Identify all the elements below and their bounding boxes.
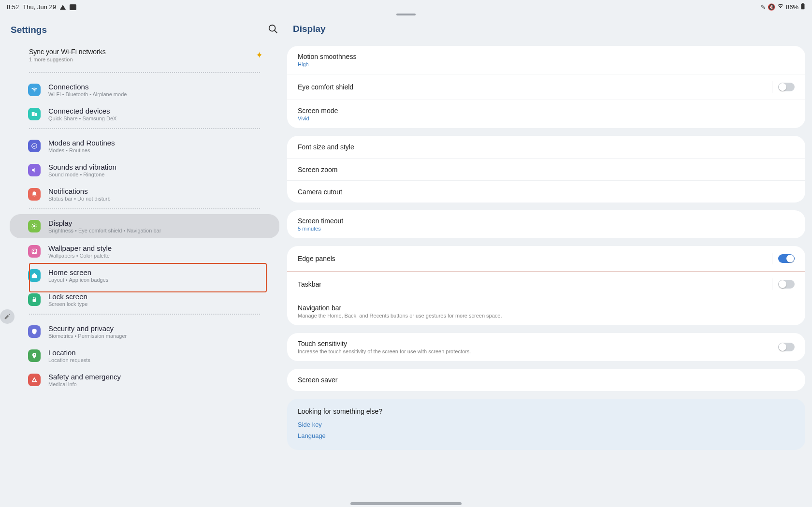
setting-screen-timeout[interactable]: Screen timeout 5 minutes — [287, 210, 805, 238]
nav-sub: Wi-Fi • Bluetooth • Airplane mode — [48, 91, 127, 97]
svg-rect-0 — [801, 4, 805, 9]
card-group1: Motion smoothness High Eye comfort shiel… — [287, 46, 805, 128]
sidebar-item-home-screen[interactable]: Home screen Layout • App icon badges — [7, 263, 282, 288]
row-sub: Increase the touch sensitivity of the sc… — [298, 348, 471, 354]
display-panel: Display Motion smoothness High Eye comfo… — [282, 14, 805, 450]
toggle-taskbar[interactable] — [778, 280, 795, 289]
toggle-eye-comfort-shield[interactable] — [778, 83, 795, 91]
sun-icon — [28, 220, 41, 232]
row-title: Navigation bar — [298, 304, 502, 312]
nav-title: Location — [48, 348, 90, 357]
sidebar-item-safety-and-emergency[interactable]: Safety and emergency Medical info — [7, 368, 282, 392]
setting-screen-zoom[interactable]: Screen zoom — [287, 158, 805, 180]
pen-icon: ✎ — [760, 3, 766, 11]
nav-sub: Sound mode • Ringtone — [48, 172, 116, 177]
nav-sub: Screen lock type — [48, 301, 87, 307]
location-icon — [28, 349, 41, 362]
setting-motion-smoothness[interactable]: Motion smoothness High — [287, 46, 805, 74]
toggle-edge-panels[interactable] — [778, 254, 795, 263]
wifi-icon — [777, 3, 784, 11]
setting-navigation-bar[interactable]: Navigation bar Manage the Home, Back, an… — [287, 297, 805, 325]
nav-sub: Layout • App icon badges — [48, 277, 108, 283]
row-title: Screen timeout — [298, 217, 343, 225]
setting-touch-sensitivity[interactable]: Touch sensitivity Increase the touch sen… — [287, 333, 805, 361]
nav-title: Display — [48, 219, 161, 227]
settings-sidebar: Settings Sync your Wi-Fi networks 1 more… — [7, 14, 282, 450]
nav-sub: Location requests — [48, 357, 90, 363]
setting-taskbar[interactable]: Taskbar — [287, 271, 805, 297]
setting-font-size-and-style[interactable]: Font size and style — [287, 136, 805, 158]
svg-line-12 — [32, 224, 33, 225]
sidebar-item-modes-and-routines[interactable]: Modes and Routines Modes • Routines — [7, 134, 282, 158]
setting-eye-comfort-shield[interactable]: Eye comfort shield — [287, 74, 805, 100]
toggle-touch-sensitivity[interactable] — [778, 343, 795, 351]
alt-link-language[interactable]: Language — [298, 432, 795, 439]
card-group6: Screen saver — [287, 369, 805, 391]
svg-point-6 — [32, 144, 37, 149]
nav-sub: Modes • Routines — [48, 147, 115, 153]
row-sub: Vivid — [298, 116, 338, 121]
sparkle-icon: ✦ — [256, 50, 263, 60]
nav-sub: Quick Share • Samsung DeX — [48, 116, 116, 121]
card-group2: Font size and style Screen zoom Camera c… — [287, 136, 805, 203]
sidebar-item-security-and-privacy[interactable]: Security and privacy Biometrics • Permis… — [7, 319, 282, 344]
mute-icon: 🔇 — [768, 3, 775, 11]
nav-title: Modes and Routines — [48, 139, 115, 147]
gesture-bar[interactable] — [350, 502, 462, 505]
home-icon — [28, 269, 41, 282]
svg-rect-4 — [32, 112, 35, 116]
nav-title: Safety and emergency — [48, 373, 121, 381]
highlight-edge-panels — [287, 246, 805, 272]
card-group5: Touch sensitivity Increase the touch sen… — [287, 333, 805, 361]
row-title: Touch sensitivity — [298, 340, 471, 348]
alt-title: Looking for something else? — [298, 407, 795, 415]
sidebar-item-wallpaper-and-style[interactable]: Wallpaper and style Wallpapers • Color p… — [7, 239, 282, 263]
sidebar-item-notifications[interactable]: Notifications Status bar • Do not distur… — [7, 182, 282, 206]
edit-fab[interactable] — [0, 309, 14, 324]
devices-icon — [28, 108, 41, 120]
setting-screen-mode[interactable]: Screen mode Vivid — [287, 100, 805, 128]
looking-for-card: Looking for something else? Side keyLang… — [287, 399, 805, 450]
divider — [29, 208, 260, 209]
battery-icon — [800, 3, 805, 11]
setting-edge-panels[interactable]: Edge panels — [287, 246, 805, 271]
svg-line-3 — [275, 30, 277, 33]
svg-rect-1 — [802, 3, 804, 4]
setting-camera-cutout[interactable]: Camera cutout — [287, 180, 805, 203]
nav-title: Notifications — [48, 187, 111, 195]
sidebar-item-location[interactable]: Location Location requests — [7, 344, 282, 368]
alt-link-side-key[interactable]: Side key — [298, 421, 795, 428]
setting-screen-saver[interactable]: Screen saver — [287, 369, 805, 391]
display-title: Display — [287, 14, 805, 46]
search-icon[interactable] — [268, 24, 278, 36]
nav-title: Connected devices — [48, 107, 116, 115]
svg-line-15 — [36, 224, 36, 225]
wifi-icon — [28, 84, 41, 96]
bell-icon — [28, 188, 41, 201]
nav-sub: Status bar • Do not disturb — [48, 196, 111, 202]
sidebar-item-connected-devices[interactable]: Connected devices Quick Share • Samsung … — [7, 102, 282, 126]
sidebar-item-connections[interactable]: Connections Wi-Fi • Bluetooth • Airplane… — [7, 78, 282, 102]
status-date: Thu, Jun 29 — [23, 3, 56, 11]
nav-title: Home screen — [48, 268, 108, 276]
nav-sub: Brightness • Eye comfort shield • Naviga… — [48, 228, 161, 233]
row-title: Screen zoom — [298, 166, 337, 174]
svg-point-17 — [33, 250, 34, 251]
row-title: Edge panels — [298, 255, 335, 262]
nav-sub: Biometrics • Permission manager — [48, 333, 127, 339]
suggestion-row[interactable]: Sync your Wi-Fi networks 1 more suggesti… — [7, 48, 282, 70]
sound-icon — [28, 164, 41, 176]
lock-icon — [28, 293, 41, 306]
row-title: Taskbar — [298, 280, 321, 288]
suggestion-title: Sync your Wi-Fi networks — [29, 48, 106, 56]
sidebar-item-lock-screen[interactable]: Lock screen Screen lock type — [7, 288, 282, 312]
row-title: Screen mode — [298, 107, 338, 115]
nav-title: Sounds and vibration — [48, 163, 116, 171]
card-group4: Edge panels Taskbar Navigation bar Manag… — [287, 246, 805, 325]
drag-handle-icon[interactable] — [396, 14, 416, 15]
sidebar-item-sounds-and-vibration[interactable]: Sounds and vibration Sound mode • Ringto… — [7, 158, 282, 182]
nav-sub: Wallpapers • Color palette — [48, 253, 112, 259]
sidebar-item-display[interactable]: Display Brightness • Eye comfort shield … — [10, 214, 279, 238]
warning-icon — [60, 5, 66, 10]
divider — [29, 72, 260, 73]
